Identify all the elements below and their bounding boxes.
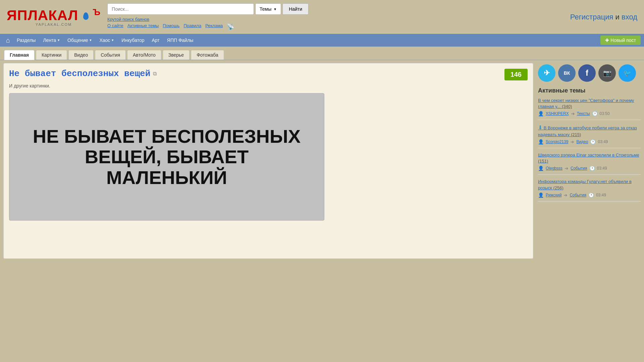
- tabs: Главная Картинки Видео События Авто/Мото…: [0, 47, 644, 60]
- topic-user[interactable]: Рижский: [546, 193, 561, 197]
- auth-links: Регистрация и вход: [570, 13, 637, 21]
- topic-meta: 👤 XSHKIPERX ➜ Тексты 🕐 03:50: [538, 111, 641, 116]
- tab-sobytiya[interactable]: События: [95, 50, 126, 60]
- clock-icon: 🕐: [588, 192, 594, 198]
- topic-user[interactable]: Olegbsss: [546, 166, 562, 171]
- home-icon[interactable]: ⌂: [3, 37, 13, 44]
- post-image: НЕ БЫВАЕТ БЕСПОЛЕЗНЫХ ВЕЩЕЙ, БЫВАЕТ МАЛЕ…: [9, 93, 324, 221]
- nav-active-topics[interactable]: Активные темы: [127, 23, 159, 31]
- topic-link[interactable]: В чем секрет низких цен "Светофора" и по…: [538, 98, 634, 109]
- topic-meta: 👤 Scorpio2139 ➜ Видео 🕐 03:49: [538, 139, 641, 144]
- register-link[interactable]: Регистрация: [570, 13, 613, 21]
- topic-user[interactable]: Scorpio2139: [546, 139, 568, 144]
- nav-lenta-arrow: ▼: [57, 39, 60, 42]
- clock-icon: 🕐: [590, 139, 596, 144]
- logo[interactable]: ЯПЛАКАЛ ъ: [7, 8, 101, 22]
- clock-icon: 🕐: [589, 166, 595, 171]
- tab-fotojaba[interactable]: Фотожаба: [191, 50, 224, 60]
- login-link[interactable]: вход: [622, 13, 637, 21]
- topic-meta: 👤 Рижский ➜ События 🕐 03:49: [538, 192, 641, 198]
- nav-item-haos[interactable]: Хаос ▼: [96, 36, 117, 44]
- auth-separator: и: [615, 13, 622, 21]
- search-dropdown-label: Темы: [260, 6, 271, 12]
- social-facebook[interactable]: f: [578, 64, 596, 82]
- topic-link[interactable]: ⬇ В Воронеже в автобусе побили негра за …: [538, 125, 637, 137]
- search-area: Темы ▼ Найти Крутой поиск баянов О сайте…: [107, 3, 309, 31]
- post-image-text: НЕ БЫВАЕТ БЕСПОЛЕЗНЫХ ВЕЩЕЙ, БЫВАЕТ МАЛЕ…: [9, 113, 324, 201]
- topic-item: Информатора команды Гулагу.нет объявили …: [538, 179, 641, 201]
- tab-kartinki[interactable]: Картинки: [36, 50, 67, 60]
- topic-item: ⬇ В Воронеже в автобусе побили негра за …: [538, 124, 641, 148]
- sidebar: ✈ ВК f 📷 🐦 Активные темы В чем секрет ни…: [533, 63, 641, 259]
- image-line1: НЕ БЫВАЕТ БЕСПОЛЕЗНЫХ: [23, 126, 311, 147]
- social-instagram[interactable]: 📷: [598, 64, 616, 82]
- search-input[interactable]: [107, 3, 254, 15]
- nav-lenta-label: Лента: [43, 38, 56, 43]
- topic-arrow: ➜: [571, 111, 575, 116]
- nav-rules[interactable]: Правила: [183, 23, 201, 31]
- clock-icon: 🕐: [592, 111, 598, 116]
- post-header: Не бывает бесполезных вещей ⧉ 146: [9, 69, 528, 80]
- header-right: Регистрация и вход: [570, 13, 637, 21]
- nav-item-lenta[interactable]: Лента ▼: [40, 36, 63, 44]
- nav-item-inkub[interactable]: Инкубатор: [118, 36, 148, 44]
- rss-icon[interactable]: 📡: [227, 23, 234, 31]
- nav-ads[interactable]: Реклама: [205, 23, 223, 31]
- topic-time: 03:49: [597, 166, 607, 171]
- topic-item: Шведского рэпера Einar застрелили в Сток…: [538, 152, 641, 175]
- topic-link[interactable]: Информатора команды Гулагу.нет объявили …: [538, 179, 632, 190]
- user-icon: 👤: [538, 192, 544, 198]
- topic-user[interactable]: XSHKIPERX: [546, 111, 569, 116]
- topic-time: 03:49: [596, 193, 606, 197]
- nav-obsh-arrow: ▼: [89, 39, 92, 42]
- topic-category[interactable]: События: [571, 166, 587, 171]
- topic-time: 03:49: [598, 139, 608, 144]
- content-area: Не бывает бесполезных вещей ⧉ 146 И друг…: [0, 60, 644, 261]
- topic-arrow: ➜: [570, 139, 574, 144]
- nav-haos-label: Хаос: [99, 38, 110, 43]
- user-icon: 👤: [538, 139, 544, 144]
- topic-time: 03:50: [600, 111, 610, 116]
- user-icon: 👤: [538, 111, 544, 116]
- chevron-down-icon: ▼: [273, 7, 277, 11]
- social-telegram[interactable]: ✈: [538, 64, 555, 82]
- search-hint-link[interactable]: Крутой поиск баянов: [107, 17, 309, 22]
- new-post-icon: ✚: [605, 38, 609, 43]
- nav-item-razd[interactable]: Разделы: [13, 36, 39, 44]
- nav-help[interactable]: Помощь: [163, 23, 179, 31]
- topic-arrow: ➜: [565, 166, 569, 171]
- tab-glavnaya[interactable]: Главная: [4, 50, 35, 60]
- social-vk[interactable]: ВК: [558, 64, 576, 82]
- nav-about[interactable]: О сайте: [107, 23, 123, 31]
- nav-obsh-label: Общение: [67, 38, 88, 43]
- nav-item-obsh[interactable]: Общение ▼: [64, 36, 95, 44]
- nav-item-art[interactable]: Арт: [149, 36, 163, 44]
- topic-category[interactable]: Видео: [576, 139, 588, 144]
- tab-zverie[interactable]: Зверье: [163, 50, 190, 60]
- new-post-button[interactable]: ✚ Новый пост: [600, 36, 641, 45]
- search-button[interactable]: Найти: [282, 3, 309, 15]
- logo-area: ЯПЛАКАЛ ъ YAPLAKAL.COM: [7, 8, 101, 26]
- social-icons: ✈ ВК f 📷 🐦: [538, 64, 641, 82]
- header: ЯПЛАКАЛ ъ YAPLAKAL.COM Темы ▼ Найти Крут…: [0, 0, 644, 34]
- topic-link[interactable]: Шведского рэпера Einar застрелили в Сток…: [538, 153, 639, 164]
- post-subtitle: И другие картинки.: [9, 83, 528, 88]
- main-content: Не бывает бесполезных вещей ⧉ 146 И друг…: [3, 63, 533, 259]
- nav-item-yapp[interactable]: ЯПП Файлы: [164, 36, 197, 44]
- post-title-area: Не бывает бесполезных вещей ⧉: [9, 69, 157, 79]
- new-post-label: Новый пост: [610, 38, 636, 43]
- active-topics-title: Активные темы: [538, 87, 641, 94]
- user-icon: 👤: [538, 166, 544, 171]
- tab-video[interactable]: Видео: [68, 50, 94, 60]
- topic-category[interactable]: Тексты: [577, 111, 590, 116]
- search-dropdown[interactable]: Темы ▼: [255, 3, 281, 15]
- social-twitter[interactable]: 🐦: [619, 64, 636, 82]
- topic-category[interactable]: События: [570, 193, 586, 197]
- nav-haos-arrow: ▼: [111, 39, 114, 42]
- comment-count[interactable]: 146: [504, 69, 528, 80]
- post-title[interactable]: Не бывает бесполезных вещей: [9, 69, 150, 79]
- nav-bar: ⌂ Разделы Лента ▼ Общение ▼ Хаос ▼ Инкуб…: [0, 34, 644, 47]
- tab-avto[interactable]: Авто/Мото: [127, 50, 161, 60]
- copy-icon[interactable]: ⧉: [153, 71, 157, 77]
- arrow-down-icon: ⬇: [538, 125, 542, 130]
